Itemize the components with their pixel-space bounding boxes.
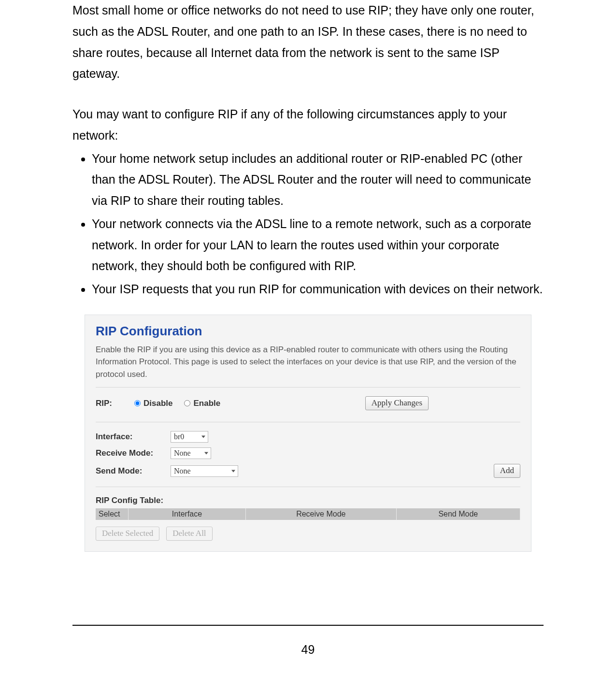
send-mode-select[interactable]: None xyxy=(171,465,238,477)
table-button-row: Delete Selected Delete All xyxy=(96,527,520,541)
footer-rule xyxy=(72,625,544,626)
apply-changes-button[interactable]: Apply Changes xyxy=(365,396,429,410)
bullet-item: Your network connects via the ADSL line … xyxy=(92,214,544,277)
rip-config-table-title: RIP Config Table: xyxy=(96,496,520,505)
rip-label: RIP: xyxy=(96,399,134,408)
rip-config-panel: RIP Configuration Enable the RIP if you … xyxy=(85,315,531,552)
bullet-list: Your home network setup includes an addi… xyxy=(72,148,544,300)
send-mode-value: None xyxy=(174,467,191,475)
divider xyxy=(96,487,520,487)
receive-mode-label: Receive Mode: xyxy=(96,448,171,458)
chevron-down-icon xyxy=(201,436,205,438)
chevron-down-icon xyxy=(204,452,208,455)
send-mode-label: Send Mode: xyxy=(96,466,171,476)
interface-select-value: br0 xyxy=(174,432,184,441)
panel-title: RIP Configuration xyxy=(96,324,520,339)
rip-disable-label: Disable xyxy=(143,399,172,408)
interface-label: Interface: xyxy=(96,432,171,442)
col-select: Select xyxy=(96,508,129,520)
rip-disable-option[interactable]: Disable xyxy=(134,399,172,408)
send-mode-row: Send Mode: None Add xyxy=(96,464,520,478)
interface-row: Interface: br0 xyxy=(96,431,520,443)
rip-enable-option[interactable]: Enable xyxy=(184,399,220,408)
col-receive-mode: Receive Mode xyxy=(246,508,397,520)
receive-mode-select[interactable]: None xyxy=(171,447,211,459)
divider xyxy=(96,387,520,388)
panel-description: Enable the RIP if you are using this dev… xyxy=(96,344,520,381)
delete-all-button[interactable]: Delete All xyxy=(166,527,212,541)
paragraph-lead: You may want to configure RIP if any of … xyxy=(72,104,544,146)
delete-selected-button[interactable]: Delete Selected xyxy=(96,527,159,541)
receive-mode-row: Receive Mode: None xyxy=(96,447,520,459)
bullet-item: Your home network setup includes an addi… xyxy=(92,148,544,212)
rip-disable-radio[interactable] xyxy=(134,400,141,406)
rip-enable-label: Enable xyxy=(193,399,220,408)
rip-enable-radio[interactable] xyxy=(184,400,190,406)
interface-select[interactable]: br0 xyxy=(171,431,208,443)
col-interface: Interface xyxy=(129,508,246,520)
receive-mode-value: None xyxy=(174,449,191,458)
page-footer: 49 xyxy=(72,625,544,657)
col-send-mode: Send Mode xyxy=(396,508,520,520)
page-number: 49 xyxy=(72,643,544,657)
divider xyxy=(96,422,520,422)
bullet-item: Your ISP requests that you run RIP for c… xyxy=(92,279,544,300)
add-button[interactable]: Add xyxy=(494,464,520,478)
paragraph-intro: Most small home or office networks do no… xyxy=(72,0,544,85)
rip-config-table: Select Interface Receive Mode Send Mode xyxy=(96,508,520,520)
rip-enable-row: RIP: Disable Enable Apply Changes xyxy=(96,396,520,410)
chevron-down-icon xyxy=(231,470,235,472)
